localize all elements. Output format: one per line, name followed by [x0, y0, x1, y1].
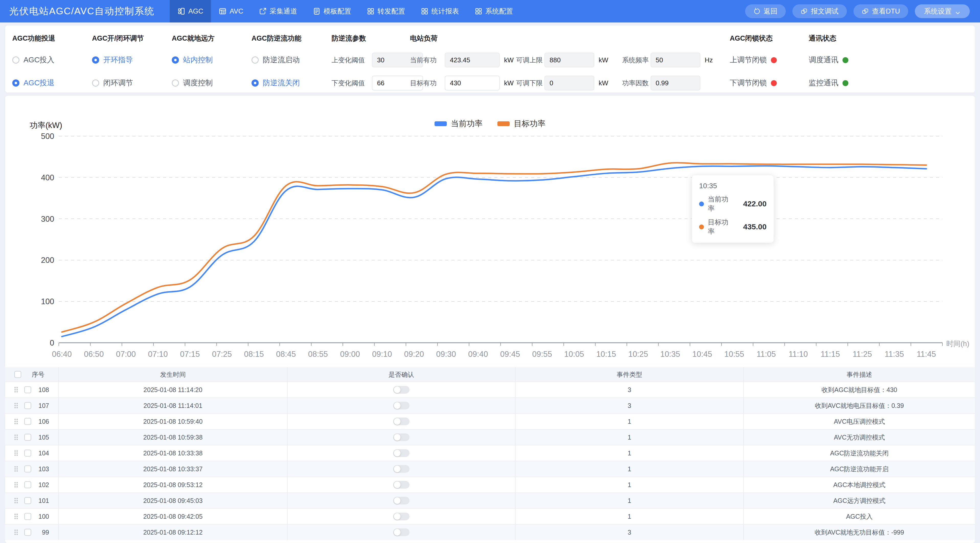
action-button-报文调试[interactable]: 报文调试 [792, 4, 847, 18]
radio-option-AGC投入[interactable]: AGC投入 [12, 52, 54, 67]
nav-item-AGC[interactable]: AGC [170, 0, 211, 22]
drag-handle-icon[interactable] [14, 450, 18, 456]
radio-option-站内控制[interactable]: 站内控制 [172, 52, 213, 67]
row-event-desc: AVC无功调控模式 [744, 430, 975, 445]
row-checkbox[interactable] [24, 386, 31, 393]
nav-item-采集通道[interactable]: 采集通道 [251, 0, 305, 22]
drag-handle-icon[interactable] [14, 529, 18, 535]
field-input-可调上限[interactable]: 880 [544, 52, 594, 67]
action-button-label: 查看DTU [872, 6, 900, 16]
table-row: 1062025-01-08 10:59:401AVC电压调控模式 [5, 413, 975, 429]
drag-handle-icon[interactable] [14, 403, 18, 409]
legend-marker-icon [497, 121, 510, 126]
field-unit-可调上限: kW [599, 52, 608, 67]
radio-option-防逆流关闭[interactable]: 防逆流关闭 [251, 76, 300, 90]
row-seq: 100 [33, 513, 49, 520]
action-button-查看DTU[interactable]: 查看DTU [853, 4, 908, 18]
row-event-type: 1 [515, 509, 744, 524]
row-checkbox[interactable] [24, 481, 31, 488]
radio-selected-icon[interactable] [12, 79, 19, 87]
y-tick-label: 400 [41, 173, 54, 182]
row-checkbox[interactable] [24, 418, 31, 425]
radio-label: 防逆流关闭 [263, 78, 300, 88]
field-unit-可调下限: kW [599, 76, 608, 90]
row-checkbox[interactable] [24, 434, 31, 441]
row-seq: 108 [33, 386, 49, 394]
confirm-toggle-off[interactable] [393, 497, 409, 505]
radio-unselected-icon[interactable] [251, 56, 259, 64]
nav-item-转发配置[interactable]: 转发配置 [359, 0, 413, 22]
radio-unselected-icon[interactable] [92, 79, 99, 87]
power-chart-svg[interactable]: 010020030040050006:4006:5007:0007:1007:1… [5, 96, 975, 367]
drag-handle-icon[interactable] [14, 513, 18, 519]
row-checkbox[interactable] [24, 450, 31, 457]
template-icon [313, 7, 321, 15]
row-checkbox[interactable] [24, 465, 31, 473]
field-input-目标有功[interactable]: 430 [445, 76, 500, 90]
x-tick-label: 11:45 [916, 350, 936, 359]
radio-option-开环指导[interactable]: 开环指导 [92, 52, 133, 67]
radio-selected-icon[interactable] [172, 56, 179, 64]
radio-option-防逆流启动[interactable]: 防逆流启动 [251, 52, 300, 67]
nav-item-系统配置[interactable]: 系统配置 [467, 0, 521, 22]
nav-item-AVC[interactable]: AVC [211, 0, 251, 22]
x-tick-label: 06:50 [84, 350, 104, 359]
field-input-当前有功[interactable]: 423.45 [445, 52, 500, 67]
row-select-cell: 107 [5, 398, 59, 413]
select-all-checkbox[interactable] [14, 371, 21, 378]
group-title-电站负荷: 电站负荷 [410, 34, 438, 43]
drag-handle-icon[interactable] [14, 482, 18, 488]
settings-dropdown-button[interactable]: 系统设置 [915, 4, 970, 18]
confirm-toggle-off[interactable] [393, 386, 409, 394]
confirm-toggle-off[interactable] [393, 529, 409, 536]
drag-handle-icon[interactable] [14, 434, 18, 440]
row-time: 2025-01-08 10:59:38 [59, 430, 288, 445]
tooltip-row-当前功率: 当前功率422.00 [699, 195, 767, 213]
row-checkbox[interactable] [24, 513, 31, 520]
radio-label: AGC投退 [24, 78, 54, 88]
action-button-返回[interactable]: 返回 [745, 4, 786, 18]
row-confirm-cell [288, 382, 515, 397]
radio-unselected-icon[interactable] [172, 79, 179, 87]
confirm-toggle-off[interactable] [393, 513, 409, 520]
tooltip-series-name: 目标功率 [708, 218, 734, 236]
confirm-toggle-off[interactable] [393, 433, 409, 441]
radio-option-AGC投退[interactable]: AGC投退 [12, 76, 54, 90]
group-title-AGC闭锁状态: AGC闭锁状态 [730, 34, 773, 43]
field-input-功率因数[interactable]: 0.99 [651, 76, 700, 90]
drag-handle-icon[interactable] [14, 466, 18, 472]
confirm-toggle-off[interactable] [393, 418, 409, 425]
drag-handle-icon[interactable] [14, 387, 18, 393]
legend-item-当前功率[interactable]: 当前功率 [434, 118, 483, 129]
x-axis-title: 时间(h) [946, 340, 969, 348]
field-input-系统频率[interactable]: 50 [651, 52, 700, 67]
drag-handle-icon[interactable] [14, 418, 18, 424]
x-tick-label: 06:40 [52, 350, 72, 359]
confirm-toggle-off[interactable] [393, 402, 409, 410]
confirm-toggle-off[interactable] [393, 449, 409, 457]
row-select-cell: 103 [5, 461, 59, 476]
row-checkbox[interactable] [24, 529, 31, 536]
field-input-可调下限[interactable]: 0 [544, 76, 594, 90]
legend-item-目标功率[interactable]: 目标功率 [497, 118, 546, 129]
x-tick-label: 07:00 [116, 350, 136, 359]
nav-item-统计报表[interactable]: 统计报表 [413, 0, 467, 22]
radio-unselected-icon[interactable] [12, 56, 19, 64]
nav-item-模板配置[interactable]: 模板配置 [305, 0, 359, 22]
row-time: 2025-01-08 09:12:12 [59, 525, 288, 540]
radio-option-闭环调节[interactable]: 闭环调节 [92, 76, 133, 90]
row-event-desc: AVC电压调控模式 [744, 414, 975, 429]
x-tick-label: 11:10 [789, 350, 808, 359]
x-tick-label: 07:15 [180, 350, 200, 359]
confirm-toggle-off[interactable] [393, 465, 409, 473]
row-checkbox[interactable] [24, 402, 31, 409]
chart-tooltip: 10:35 当前功率422.00目标功率435.00 [692, 175, 774, 243]
radio-selected-icon[interactable] [251, 79, 259, 87]
drag-handle-icon[interactable] [14, 497, 18, 504]
confirm-toggle-off[interactable] [393, 481, 409, 489]
row-seq: 101 [33, 497, 49, 505]
radio-selected-icon[interactable] [92, 56, 99, 64]
row-checkbox[interactable] [24, 497, 31, 504]
radio-option-调度控制[interactable]: 调度控制 [172, 76, 213, 90]
field-label-目标有功: 目标有功 [410, 76, 437, 90]
